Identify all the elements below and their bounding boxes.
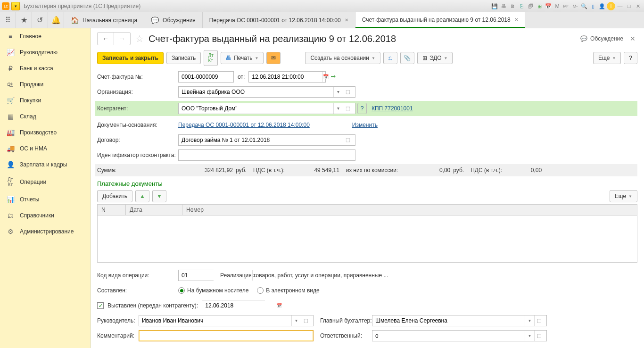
chevron-down-icon[interactable]: ▾ <box>333 87 343 97</box>
radio-electronic[interactable]: В электронном виде <box>257 287 319 294</box>
compare-icon[interactable]: ⎘ <box>517 2 526 10</box>
history-icon[interactable]: ↺ <box>32 12 48 28</box>
invoice-number-input[interactable] <box>178 71 234 83</box>
panel-icon[interactable]: ▯ <box>589 2 597 10</box>
basis-doc-link[interactable]: Передача ОС 0001-000001 от 12.06.2018 14… <box>178 122 310 128</box>
more-button[interactable]: Еще▼ <box>593 52 621 64</box>
close-icon[interactable]: ✕ <box>345 17 348 23</box>
manager-combo[interactable]: ▾ ⬚ <box>139 315 314 326</box>
responsible-combo[interactable]: ▾ ⬚ <box>372 330 547 341</box>
close-page-icon[interactable]: ✕ <box>628 33 637 44</box>
sidebar-item-sales[interactable]: 🛍Продажи <box>0 76 90 92</box>
col-header-date[interactable]: Дата <box>126 205 182 215</box>
m-minus-icon[interactable]: M- <box>571 2 579 10</box>
dtkt-button[interactable]: ДтКт <box>204 50 218 66</box>
email-button[interactable]: ✉ <box>266 52 281 64</box>
m-plus-icon[interactable]: M+ <box>562 2 570 10</box>
move-up-button[interactable]: ▲ <box>135 190 149 202</box>
open-icon[interactable]: ⬚ <box>534 331 544 341</box>
chevron-down-icon[interactable]: ▾ <box>525 331 534 341</box>
sidebar-item-manager[interactable]: 📈Руководителю <box>0 44 90 60</box>
open-icon[interactable]: ⬚ <box>343 87 352 97</box>
help-button[interactable]: ? <box>624 52 637 64</box>
maximize-icon[interactable]: □ <box>625 2 633 10</box>
accountant-combo[interactable]: ▾ ⬚ <box>372 315 547 326</box>
organization-combo[interactable]: ▾ ⬚ <box>178 86 355 98</box>
open-icon[interactable]: ⬚ <box>343 135 352 145</box>
print-icon[interactable]: 🖶 <box>499 2 508 10</box>
calendar-picker-icon[interactable]: 📅 <box>276 300 282 311</box>
save-button[interactable]: Записать <box>166 52 201 64</box>
invoice-date-input[interactable]: 📅 <box>248 71 326 83</box>
preview-icon[interactable]: 🗎 <box>508 2 517 10</box>
calendar-icon[interactable]: 📅 <box>544 2 553 10</box>
tab-discussions[interactable]: 💬 Обсуждения <box>144 12 203 28</box>
open-icon[interactable]: ⬚ <box>301 315 310 326</box>
doc-icon[interactable]: 🗐 <box>526 2 535 10</box>
tab-home[interactable]: 🏠 Начальная страница <box>64 12 144 28</box>
gov-contract-id-input[interactable] <box>178 149 355 161</box>
barchart-icon: 📊 <box>7 196 14 203</box>
structure-button[interactable]: ⎌ <box>383 52 397 64</box>
sidebar-item-operations[interactable]: ДтКтОперации <box>0 173 90 191</box>
sidebar-item-reports[interactable]: 📊Отчеты <box>0 191 90 207</box>
tab-transfer-os[interactable]: Передача ОС 0001-000001 от 12.06.2018 14… <box>203 12 355 28</box>
create-based-on-button[interactable]: Создать на основании▼ <box>305 52 380 64</box>
open-icon[interactable]: ⬚ <box>343 103 352 114</box>
issued-checkbox[interactable]: ✓ <box>97 302 104 309</box>
col-header-n[interactable]: N <box>98 205 126 215</box>
sidebar-item-directories[interactable]: 🗂Справочники <box>0 207 90 224</box>
edo-button[interactable]: ⊞ЭДО▼ <box>417 52 453 64</box>
attach-button[interactable]: 📎 <box>400 52 414 64</box>
folder-icon: 🗂 <box>7 212 14 219</box>
payments-table-body[interactable] <box>97 215 637 263</box>
sidebar-item-assets[interactable]: 🚚ОС и НМА <box>0 141 90 157</box>
back-button[interactable]: ← <box>98 33 114 45</box>
sidebar-item-main[interactable]: ≡Главное <box>0 28 90 44</box>
issued-date-input[interactable]: 📅 <box>202 300 265 311</box>
calc-icon[interactable]: ⊞ <box>535 2 544 10</box>
sidebar-item-purchases[interactable]: 🛒Покупки <box>0 92 90 108</box>
chevron-down-icon[interactable]: ▾ <box>525 315 534 326</box>
sidebar-item-bank[interactable]: ₽Банк и касса <box>0 60 90 76</box>
help-icon[interactable]: ? <box>357 103 367 114</box>
comment-input[interactable] <box>139 330 314 341</box>
app-menu-dropdown[interactable]: ▾ <box>11 2 20 10</box>
apps-menu-icon[interactable]: ⠿ <box>0 12 16 28</box>
change-link[interactable]: Изменить <box>352 122 378 128</box>
sidebar-item-warehouse[interactable]: ▦Склад <box>0 108 90 124</box>
info-icon[interactable]: i <box>607 2 615 10</box>
m-icon[interactable]: M <box>553 2 561 10</box>
sidebar-item-production[interactable]: 🏭Производство <box>0 124 90 141</box>
op-code-input[interactable]: … <box>178 270 214 281</box>
print-button[interactable]: 🖶Печать▼ <box>221 52 264 64</box>
add-row-button[interactable]: Добавить <box>97 190 132 202</box>
user-icon[interactable]: 👤 <box>598 2 606 10</box>
save-icon[interactable]: 💾 <box>490 2 499 10</box>
move-down-button[interactable]: ▼ <box>152 190 166 202</box>
tab-invoice[interactable]: Счет-фактура выданный на реализацию 9 от… <box>355 12 525 28</box>
calendar-picker-icon[interactable]: 📅 <box>322 72 329 82</box>
kpp-link[interactable]: КПП 772001001 <box>372 105 413 112</box>
save-and-close-button[interactable]: Записать и закрыть <box>97 52 164 64</box>
minimize-icon[interactable]: — <box>616 2 624 10</box>
favorites-icon[interactable]: ★ <box>16 12 32 28</box>
open-icon[interactable]: ⬚ <box>534 315 544 326</box>
table-more-button[interactable]: Еще▼ <box>610 190 637 202</box>
sidebar-item-admin[interactable]: ⚙Администрирование <box>0 224 90 240</box>
discussion-button[interactable]: 💬 Обсуждение <box>580 35 623 42</box>
radio-paper[interactable]: На бумажном носителе <box>178 287 248 294</box>
col-header-number[interactable]: Номер <box>182 205 637 215</box>
notifications-icon[interactable]: 🔔 <box>48 12 64 28</box>
chevron-down-icon[interactable]: ▾ <box>333 103 343 114</box>
counterparty-combo[interactable]: ▾ ⬚ <box>178 103 355 114</box>
edo-icon: ⊞ <box>422 55 427 61</box>
contract-combo[interactable]: ⬚ <box>178 134 355 146</box>
close-icon[interactable]: ✕ <box>514 17 518 22</box>
sidebar-item-hr[interactable]: 👤Зарплата и кадры <box>0 157 90 173</box>
forward-button[interactable]: → <box>114 33 130 45</box>
favorite-star-icon[interactable]: ☆ <box>135 33 144 44</box>
chevron-down-icon[interactable]: ▾ <box>291 315 301 326</box>
close-window-icon[interactable]: ✕ <box>634 2 642 10</box>
zoom-in-icon[interactable]: 🔍 <box>580 2 588 10</box>
